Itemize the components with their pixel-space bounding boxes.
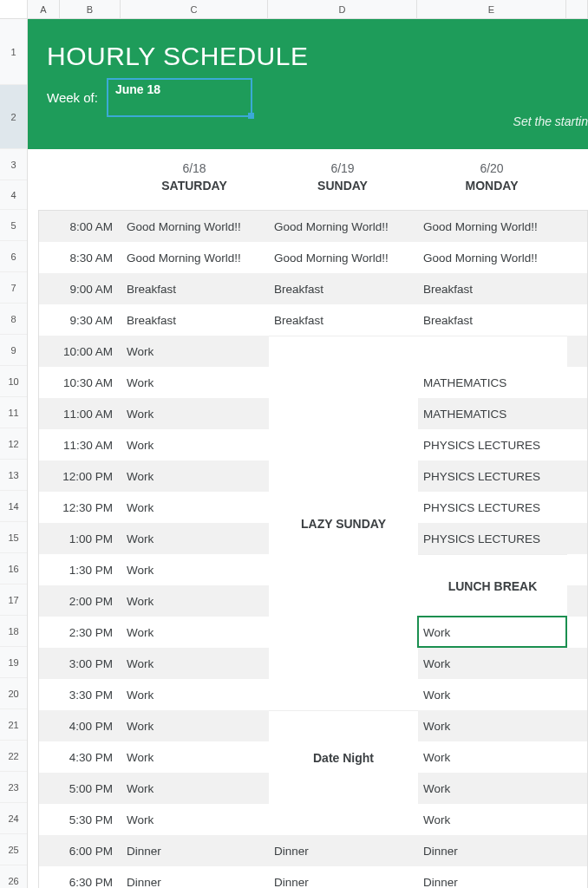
row-header[interactable]: 9: [0, 335, 27, 366]
col-header[interactable]: A: [28, 0, 60, 18]
time-cell[interactable]: 8:30 AM: [39, 242, 121, 273]
schedule-cell[interactable]: Breakfast: [418, 273, 567, 304]
row-header[interactable]: 2: [0, 85, 27, 149]
row-header[interactable]: 22: [0, 741, 27, 772]
col-header[interactable]: B: [60, 0, 121, 18]
time-cell[interactable]: 10:30 AM: [39, 367, 121, 398]
schedule-cell[interactable]: Work: [418, 710, 567, 741]
row-header[interactable]: 19: [0, 647, 27, 678]
schedule-cell[interactable]: Work: [121, 367, 269, 398]
row-header[interactable]: 17: [0, 584, 27, 616]
schedule-cell[interactable]: Breakfast: [121, 273, 269, 304]
time-cell[interactable]: 6:30 PM: [39, 866, 121, 888]
row-header[interactable]: 23: [0, 772, 27, 803]
row-header[interactable]: 25: [0, 834, 27, 865]
schedule-cell[interactable]: Good Morning World!!: [418, 211, 567, 242]
schedule-cell[interactable]: Dinner: [418, 866, 567, 888]
row-header[interactable]: 6: [0, 241, 27, 272]
schedule-cell[interactable]: Breakfast: [269, 273, 418, 304]
schedule-cell[interactable]: Dinner: [269, 835, 418, 866]
time-cell[interactable]: 5:30 PM: [39, 804, 121, 835]
col-header[interactable]: C: [121, 0, 268, 18]
schedule-cell[interactable]: Work: [121, 336, 269, 367]
row-header[interactable]: 13: [0, 460, 27, 491]
row-header[interactable]: 16: [0, 553, 27, 584]
row-header[interactable]: 11: [0, 397, 27, 428]
row-header[interactable]: 14: [0, 491, 27, 522]
schedule-cell[interactable]: PHYSICS LECTURES: [418, 492, 567, 523]
schedule-cell[interactable]: MATHEMATICS: [418, 398, 567, 429]
schedule-cell[interactable]: Work: [121, 460, 269, 492]
schedule-cell[interactable]: Work: [121, 492, 269, 523]
schedule-cell[interactable]: Work: [121, 804, 269, 835]
schedule-cell[interactable]: MATHEMATICS: [418, 367, 567, 398]
schedule-cell[interactable]: Work: [121, 398, 269, 429]
schedule-cell[interactable]: Work: [418, 804, 567, 835]
row-header[interactable]: 4: [0, 180, 27, 210]
schedule-cell[interactable]: Work: [418, 773, 567, 804]
merged-lazy-sunday[interactable]: LAZY SUNDAY: [269, 336, 418, 710]
schedule-cell[interactable]: [269, 804, 418, 835]
schedule-cell[interactable]: Good Morning World!!: [269, 211, 418, 242]
schedule-cell[interactable]: Work: [121, 679, 269, 710]
schedule-cell[interactable]: Good Morning World!!: [269, 242, 418, 273]
schedule-cell[interactable]: Work: [121, 429, 269, 460]
row-header[interactable]: 15: [0, 522, 27, 553]
schedule-cell[interactable]: Work: [121, 585, 269, 617]
time-cell[interactable]: 11:00 AM: [39, 398, 121, 429]
time-cell[interactable]: 3:30 PM: [39, 679, 121, 710]
schedule-cell[interactable]: Work: [418, 679, 567, 710]
row-header[interactable]: 20: [0, 678, 27, 709]
time-cell[interactable]: 2:30 PM: [39, 617, 121, 648]
time-cell[interactable]: 11:30 AM: [39, 429, 121, 460]
schedule-cell[interactable]: Good Morning World!!: [121, 211, 269, 242]
col-header[interactable]: E: [417, 0, 566, 18]
schedule-cell[interactable]: PHYSICS LECTURES: [418, 523, 567, 554]
schedule-cell[interactable]: PHYSICS LECTURES: [418, 460, 567, 492]
schedule-cell[interactable]: Work: [121, 648, 269, 679]
time-cell[interactable]: 2:00 PM: [39, 585, 121, 617]
schedule-cell[interactable]: Work: [418, 741, 567, 773]
schedule-cell[interactable]: Work: [121, 523, 269, 554]
row-header[interactable]: 21: [0, 709, 27, 741]
time-cell[interactable]: 9:00 AM: [39, 273, 121, 304]
schedule-cell[interactable]: Work: [121, 617, 269, 648]
schedule-cell[interactable]: Dinner: [121, 866, 269, 888]
schedule-cell[interactable]: PHYSICS LECTURES: [418, 429, 567, 460]
schedule-cell[interactable]: Good Morning World!!: [418, 242, 567, 273]
row-header[interactable]: 8: [0, 304, 27, 335]
schedule-cell[interactable]: Work: [418, 648, 567, 679]
row-header[interactable]: 24: [0, 803, 27, 834]
merged-date-night[interactable]: Date Night: [269, 710, 418, 804]
row-header[interactable]: 18: [0, 616, 27, 647]
schedule-cell[interactable]: Breakfast: [418, 304, 567, 336]
time-cell[interactable]: 1:30 PM: [39, 554, 121, 585]
time-cell[interactable]: 9:30 AM: [39, 304, 121, 336]
schedule-cell[interactable]: Dinner: [418, 835, 567, 866]
col-header[interactable]: D: [268, 0, 417, 18]
time-cell[interactable]: 6:00 PM: [39, 835, 121, 866]
time-cell[interactable]: 4:30 PM: [39, 741, 121, 773]
merged-monday-blank[interactable]: [418, 336, 567, 367]
schedule-cell[interactable]: Dinner: [121, 835, 269, 866]
schedule-cell[interactable]: Breakfast: [121, 304, 269, 336]
row-header[interactable]: 5: [0, 210, 27, 241]
time-cell[interactable]: 3:00 PM: [39, 648, 121, 679]
time-cell[interactable]: 8:00 AM: [39, 211, 121, 242]
time-cell[interactable]: 4:00 PM: [39, 710, 121, 741]
schedule-cell[interactable]: Work: [418, 617, 567, 648]
schedule-cell[interactable]: Work: [121, 710, 269, 741]
schedule-cell[interactable]: Good Morning World!!: [121, 242, 269, 273]
row-header[interactable]: 3: [0, 149, 27, 180]
time-cell[interactable]: 12:30 PM: [39, 492, 121, 523]
row-header[interactable]: 12: [0, 428, 27, 460]
time-cell[interactable]: 5:00 PM: [39, 773, 121, 804]
time-cell[interactable]: 1:00 PM: [39, 523, 121, 554]
row-header[interactable]: 26: [0, 865, 27, 888]
schedule-cell[interactable]: Work: [121, 773, 269, 804]
row-header[interactable]: 7: [0, 272, 27, 304]
week-of-cell[interactable]: June 18: [107, 78, 252, 117]
time-cell[interactable]: 10:00 AM: [39, 336, 121, 367]
schedule-cell[interactable]: Dinner: [269, 866, 418, 888]
row-header[interactable]: 1: [0, 19, 27, 85]
